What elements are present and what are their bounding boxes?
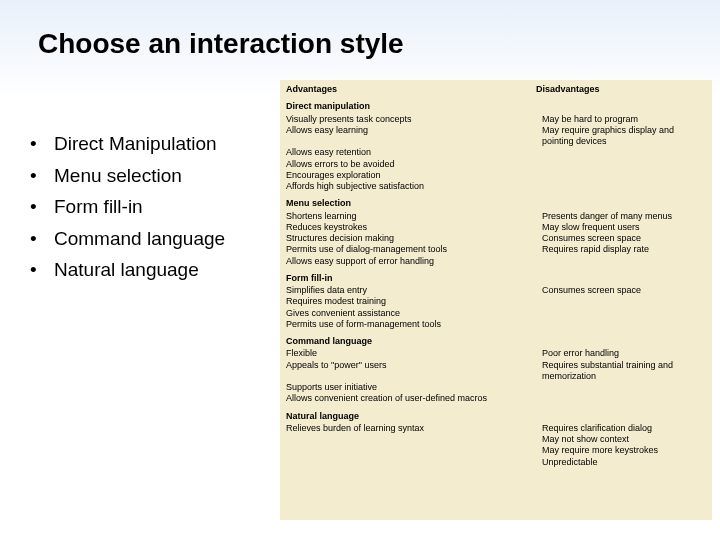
table-header-row: Advantages Disadvantages (286, 84, 702, 95)
group-command-language: Command language FlexiblePoor error hand… (286, 336, 702, 405)
list-item: Direct Manipulation (24, 130, 264, 158)
group-natural-language: Natural language Relieves burden of lear… (286, 411, 702, 468)
group-form-fillin: Form fill-in Simplifies data entryConsum… (286, 273, 702, 330)
list-item: Natural language (24, 256, 264, 284)
group-direct-manipulation: Direct manipulation Visually presents ta… (286, 101, 702, 192)
slide: Choose an interaction style Direct Manip… (0, 0, 720, 540)
style-list: Direct Manipulation Menu selection Form … (24, 130, 264, 284)
group-menu-selection: Menu selection Shortens learningPresents… (286, 198, 702, 267)
list-item: Menu selection (24, 162, 264, 190)
left-column: Direct Manipulation Menu selection Form … (24, 130, 264, 288)
list-item: Command language (24, 225, 264, 253)
header-disadvantages: Disadvantages (536, 84, 702, 95)
page-title: Choose an interaction style (38, 28, 404, 60)
header-advantages: Advantages (286, 84, 536, 95)
list-item: Form fill-in (24, 193, 264, 221)
comparison-table: Advantages Disadvantages Direct manipula… (280, 80, 712, 520)
